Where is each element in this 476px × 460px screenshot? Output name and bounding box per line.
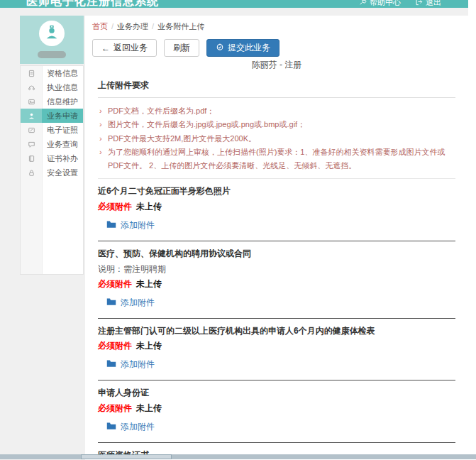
main-content: 首页/业务办理/业务附件上传 ← 返回业务 刷新 提交此业务 陈丽芬 - 注册 xyxy=(85,16,468,460)
requirement-item: ›为了您能顺利的通过网上审核，上传扫描件(照片)要求：1、准备好的相关资料需要形… xyxy=(98,146,455,173)
note-text: 需注明聘期 xyxy=(123,264,166,274)
submit-business-button[interactable]: 提交此业务 xyxy=(206,39,279,57)
requirement-item: ›PDF文档，文件后缀名为.pdf； xyxy=(98,104,455,118)
attachment-section: 申请人身份证必须附件未上传添加附件 xyxy=(98,380,455,439)
refresh-button-label: 刷新 xyxy=(173,42,190,54)
sidebar-item-qualification-info[interactable]: 资格信息 xyxy=(21,66,83,80)
logout-icon xyxy=(415,0,423,7)
sidebar-item-label: 执业信息 xyxy=(42,82,83,93)
attachment-title: 近6个月二寸免冠正面半身彩色照片 xyxy=(98,185,455,197)
app-title: 医师电子化注册信息系统 xyxy=(26,0,159,8)
upload-status: 未上传 xyxy=(136,279,162,289)
folder-icon xyxy=(106,220,116,231)
add-attachment-button[interactable]: 添加附件 xyxy=(106,219,155,231)
attachment-status: 必须附件未上传 xyxy=(98,340,455,352)
requirement-item: ›图片文件，文件后缀名为.jpg或.jpeg或.png或.bmp或.gif； xyxy=(98,118,455,131)
bullet-chevron-icon: › xyxy=(99,132,102,146)
breadcrumb: 首页/业务办理/业务附件上传 xyxy=(92,20,461,35)
header-nav: 帮助中心退出 xyxy=(359,0,441,8)
required-flag: 必须附件 xyxy=(98,202,132,212)
image-icon xyxy=(21,98,42,106)
app-header: 医师电子化注册信息系统 帮助中心退出 xyxy=(0,0,468,8)
requirement-text: 为了您能顺利的通过网上审核，上传扫描件(照片)要求：1、准备好的相关资料需要形成… xyxy=(108,148,445,170)
horizontal-scrollbar[interactable] xyxy=(0,454,476,459)
sidebar-item-practice-info[interactable]: 执业信息 xyxy=(21,80,83,94)
add-attachment-label: 添加附件 xyxy=(121,358,155,371)
doc-icon xyxy=(21,70,42,77)
required-flag: 必须附件 xyxy=(98,341,132,351)
folder-icon xyxy=(106,422,116,432)
sidebar-item-label: 证书补办 xyxy=(42,153,83,164)
add-attachment-label: 添加附件 xyxy=(121,297,155,309)
folder-icon xyxy=(106,359,116,370)
requirement-text: PDF文档，文件后缀名为.pdf； xyxy=(108,106,214,115)
upload-requirements-title: 上传附件要求 xyxy=(98,80,455,98)
attachment-section: 近6个月二寸免冠正面半身彩色照片必须附件未上传添加附件 xyxy=(98,179,455,237)
header-nav-help[interactable]: 帮助中心 xyxy=(359,0,401,8)
upload-requirements-panel: 上传附件要求 ›PDF文档，文件后缀名为.pdf；›图片文件，文件后缀名为.jp… xyxy=(92,77,461,179)
breadcrumb-current: 业务附件上传 xyxy=(157,22,204,31)
upload-status: 未上传 xyxy=(136,403,162,413)
card-icon xyxy=(21,126,42,134)
bullet-chevron-icon: › xyxy=(99,104,102,118)
horizontal-scrollbar-thumb[interactable] xyxy=(81,454,172,459)
sidebar-item-label: 信息维护 xyxy=(42,97,83,107)
user-panel xyxy=(20,16,84,64)
breadcrumb-separator: / xyxy=(152,22,154,31)
sidebar-item-security-settings[interactable]: 安全设置 xyxy=(21,165,83,180)
attachment-status: 必须附件未上传 xyxy=(98,201,455,213)
body-row: 资格信息执业信息信息维护业务申请电子证照业务查询证书补办安全设置 首页/业务办理… xyxy=(20,16,468,460)
sidebar-item-e-license[interactable]: 电子证照 xyxy=(21,123,83,137)
sidebar-item-label: 业务查询 xyxy=(42,139,83,150)
upload-status: 未上传 xyxy=(136,202,162,212)
attachment-sections: 近6个月二寸免冠正面半身彩色照片必须附件未上传添加附件医疗、预防、保健机构的聘用… xyxy=(92,179,461,460)
sidebar-item-label: 业务申请 xyxy=(42,111,83,121)
lock-icon xyxy=(21,169,42,177)
requirement-text: PDF文件最大支持2M,图片文件最大200K。 xyxy=(108,134,256,143)
book-icon xyxy=(21,155,42,163)
requirement-text: 图片文件，文件后缀名为.jpg或.jpeg或.png或.bmp或.gif； xyxy=(108,120,305,128)
folder-icon xyxy=(106,297,116,308)
upload-requirements-list: ›PDF文档，文件后缀名为.pdf；›图片文件，文件后缀名为.jpg或.jpeg… xyxy=(98,98,455,179)
add-attachment-button[interactable]: 添加附件 xyxy=(106,358,155,371)
bullet-chevron-icon: › xyxy=(99,146,102,159)
avatar xyxy=(39,21,65,46)
attachment-status: 必须附件未上传 xyxy=(98,402,455,415)
upload-status: 未上传 xyxy=(136,341,162,351)
doctor-avatar-icon xyxy=(44,24,60,43)
breadcrumb-link[interactable]: 首页 xyxy=(92,22,108,31)
toolbar: ← 返回业务 刷新 提交此业务 xyxy=(92,39,461,57)
attachment-section: 注册主管部门认可的二级以上医疗机构出具的申请人6个月内的健康体检表必须附件未上传… xyxy=(98,319,455,377)
attachment-note: 说明：需注明聘期 xyxy=(98,263,455,275)
required-flag: 必须附件 xyxy=(98,279,132,289)
attachment-title: 申请人身份证 xyxy=(98,387,455,399)
viewport: 医师电子化注册信息系统 帮助中心退出 资格信息执业信息信息维护业务申请电子证照业… xyxy=(0,0,476,460)
attachment-status: 必须附件未上传 xyxy=(98,278,455,290)
required-flag: 必须附件 xyxy=(98,403,132,413)
attachment-title: 注册主管部门认可的二级以上医疗机构出具的申请人6个月内的健康体检表 xyxy=(98,325,455,337)
chat-icon xyxy=(21,141,42,148)
sidebar-item-cert-reissue[interactable]: 证书补办 xyxy=(21,151,83,165)
headset-icon xyxy=(21,84,42,92)
sidebar: 资格信息执业信息信息维护业务申请电子证照业务查询证书补办安全设置 xyxy=(20,16,84,275)
page: 医师电子化注册信息系统 帮助中心退出 资格信息执业信息信息维护业务申请电子证照业… xyxy=(0,0,468,460)
sidebar-item-business-apply[interactable]: 业务申请 xyxy=(21,109,83,123)
back-button[interactable]: ← 返回业务 xyxy=(92,39,157,57)
applicant-line: 陈丽芬 - 注册 xyxy=(92,59,461,71)
note-prefix: 说明： xyxy=(98,264,123,274)
sidebar-item-business-query[interactable]: 业务查询 xyxy=(21,137,83,151)
breadcrumb-link[interactable]: 业务办理 xyxy=(117,22,148,31)
sidebar-item-label: 电子证照 xyxy=(42,125,83,136)
add-attachment-button[interactable]: 添加附件 xyxy=(106,297,155,309)
submit-icon xyxy=(216,43,224,53)
submit-button-label: 提交此业务 xyxy=(228,42,270,54)
add-attachment-button[interactable]: 添加附件 xyxy=(106,421,155,433)
header-nav-logout[interactable]: 退出 xyxy=(415,0,441,8)
refresh-button[interactable]: 刷新 xyxy=(164,39,199,57)
sidebar-item-info-maintain[interactable]: 信息维护 xyxy=(21,94,83,109)
header-nav-label: 帮助中心 xyxy=(370,0,401,8)
back-arrow-icon: ← xyxy=(101,44,110,53)
person-icon xyxy=(21,112,42,120)
breadcrumb-separator: / xyxy=(111,22,114,31)
back-button-label: 返回业务 xyxy=(114,42,148,54)
